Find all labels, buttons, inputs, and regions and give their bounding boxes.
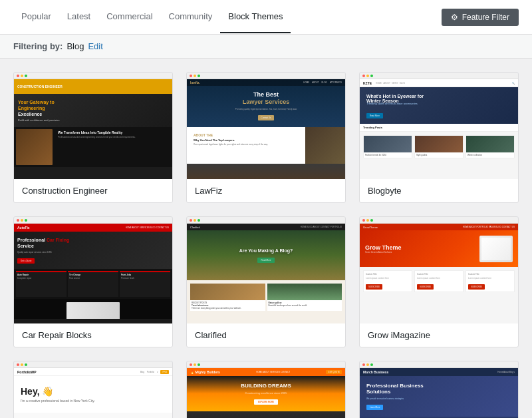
theme-screenshot-construction: CONSTRUCTION ENGINEER Your Gateway toEng… — [14, 73, 172, 179]
top-nav: Popular Latest Commercial Community Bloc… — [0, 0, 532, 35]
dot-red — [17, 219, 19, 222]
tab-popular[interactable]: Popular — [13, 1, 59, 33]
theme-screenshot-grow: GrowTheme HOME ABOUT PORTFOLIO PAGES BLO… — [360, 217, 518, 323]
dot-green — [25, 363, 27, 366]
theme-card-march[interactable]: March Business Home About Blog v Profess… — [359, 361, 519, 418]
theme-card-grow[interactable]: GrowTheme HOME ABOUT PORTFOLIO PAGES BLO… — [359, 216, 519, 347]
theme-card-construction-engineer[interactable]: CONSTRUCTION ENGINEER Your Gateway toEng… — [13, 72, 173, 203]
dot-green — [198, 219, 200, 222]
dot-green — [370, 219, 373, 222]
theme-name-carrepair: Car Repair Blocks — [14, 323, 172, 347]
dot-red — [362, 219, 365, 222]
dot-red — [362, 363, 365, 366]
theme-name-grow: Grow iMagazine — [360, 323, 518, 347]
tab-block-themes[interactable]: Block Themes — [220, 1, 291, 33]
theme-card-clarified[interactable]: Clarified HOME BLOG ABOUT CONTACT PORTFO… — [186, 216, 346, 347]
filter-tag: Blog — [66, 41, 84, 51]
dot-yellow — [21, 219, 23, 222]
theme-name-construction: Construction Engineer — [14, 179, 172, 202]
dot-red — [17, 75, 19, 77]
nav-tabs: Popular Latest Commercial Community Bloc… — [13, 1, 291, 33]
gear-icon: ⚙ — [451, 13, 458, 22]
theme-screenshot-carrepair: AutoFix HOME ABOUT SERVICES BLOG CONTACT… — [14, 217, 172, 323]
dot-green — [198, 363, 200, 366]
dot-yellow — [366, 363, 369, 366]
theme-card-car-repair[interactable]: AutoFix HOME ABOUT SERVICES BLOG CONTACT… — [13, 216, 173, 347]
filter-edit-link[interactable]: Edit — [88, 41, 102, 51]
theme-card-mighty[interactable]: 🔥 Mighty Builders HOME ABOUT SERVICES CO… — [186, 361, 346, 418]
dot-yellow — [21, 363, 23, 366]
dot-yellow — [194, 219, 196, 222]
dot-red — [362, 75, 365, 77]
theme-card-portfoliowp[interactable]: PortfolioWP Blog Portfolio v PRO Hey, 👋 — [13, 361, 173, 418]
dot-red — [190, 363, 192, 366]
dot-yellow — [21, 75, 23, 77]
theme-name-clarified: Clarified — [187, 323, 345, 347]
dot-red — [190, 219, 192, 222]
dot-yellow — [366, 75, 369, 77]
filter-prefix: Filtering by: — [13, 41, 63, 51]
dot-red — [190, 75, 192, 77]
theme-screenshot-blogbyte: KZTE HOME · ABOUT · NEWS · BLOG 🔍 What's… — [360, 73, 518, 179]
page-wrapper: Popular Latest Commercial Community Bloc… — [0, 0, 532, 418]
dot-yellow — [194, 363, 196, 366]
tab-latest[interactable]: Latest — [59, 1, 98, 33]
filter-bar: Filtering by: Blog Edit — [0, 35, 532, 59]
dot-yellow — [366, 219, 369, 222]
dot-red — [17, 363, 19, 366]
theme-grid: CONSTRUCTION ENGINEER Your Gateway toEng… — [0, 59, 532, 418]
theme-card-lawfiz[interactable]: lawfiz. HOME ABOUT BLOG ATTORNEYS The Be… — [186, 72, 346, 203]
theme-screenshot-clarified: Clarified HOME BLOG ABOUT CONTACT PORTFO… — [187, 217, 345, 323]
tab-community[interactable]: Community — [161, 1, 221, 33]
dot-green — [25, 219, 27, 222]
theme-screenshot-lawfiz: lawfiz. HOME ABOUT BLOG ATTORNEYS The Be… — [187, 73, 345, 179]
feature-filter-button[interactable]: ⚙ Feature Filter — [442, 9, 519, 26]
dot-yellow — [194, 75, 196, 77]
theme-name-blogbyte: Blogbyte — [360, 179, 518, 202]
theme-card-blogbyte[interactable]: KZTE HOME · ABOUT · NEWS · BLOG 🔍 What's… — [359, 72, 519, 203]
theme-screenshot-mighty: 🔥 Mighty Builders HOME ABOUT SERVICES CO… — [187, 361, 345, 418]
dot-green — [25, 75, 27, 77]
dot-green — [370, 363, 373, 366]
theme-screenshot-portfolio: PortfolioWP Blog Portfolio v PRO Hey, 👋 — [14, 361, 172, 418]
tab-commercial[interactable]: Commercial — [98, 1, 160, 33]
theme-screenshot-march: March Business Home About Blog v Profess… — [360, 361, 518, 418]
theme-name-lawfiz: LawFiz — [187, 179, 345, 202]
dot-green — [198, 75, 200, 77]
dot-green — [370, 75, 373, 77]
feature-filter-label: Feature Filter — [462, 13, 509, 22]
